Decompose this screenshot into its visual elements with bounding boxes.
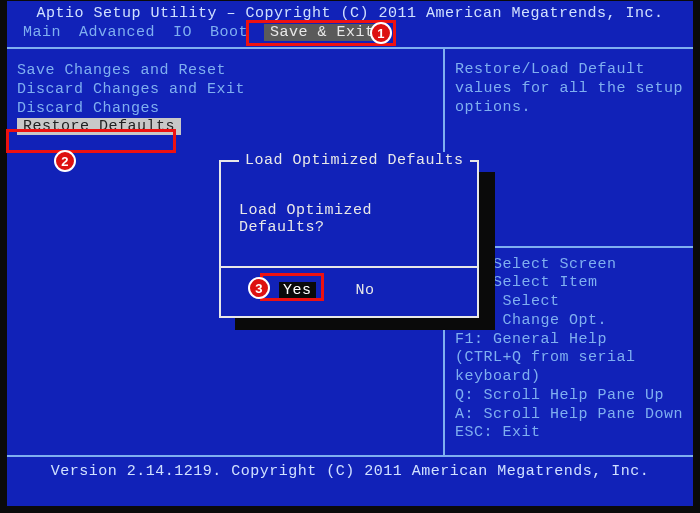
key-general-help: F1: General Help bbox=[455, 331, 683, 350]
key-scroll-up: Q: Scroll Help Pane Up bbox=[455, 387, 683, 406]
menubar: Main Advanced IO Boot Save & Exit bbox=[7, 22, 693, 41]
item-restore-defaults[interactable]: Restore Defaults bbox=[17, 118, 181, 135]
tab-save-exit[interactable]: Save & Exit bbox=[264, 24, 381, 41]
tab-main[interactable]: Main bbox=[21, 24, 63, 41]
tab-io[interactable]: IO bbox=[171, 24, 194, 41]
key-ctrlq-1: (CTRL+Q from serial bbox=[455, 349, 683, 368]
item-save-changes-reset[interactable]: Save Changes and Reset bbox=[17, 61, 433, 80]
yes-button[interactable]: Yes bbox=[279, 282, 316, 299]
tab-boot[interactable]: Boot bbox=[208, 24, 250, 41]
header: Aptio Setup Utility – Copyright (C) 2011… bbox=[7, 1, 693, 49]
dialog-buttons: Yes No bbox=[221, 268, 477, 299]
tab-advanced[interactable]: Advanced bbox=[77, 24, 157, 41]
dialog-load-defaults: Load Optimized Defaults Load Optimized D… bbox=[219, 160, 479, 318]
key-ctrlq-2: keyboard) bbox=[455, 368, 683, 387]
key-scroll-down: A: Scroll Help Pane Down bbox=[455, 406, 683, 425]
key-esc-exit: ESC: Exit bbox=[455, 424, 683, 443]
dialog-message: Load Optimized Defaults? bbox=[221, 162, 477, 236]
footer-version: Version 2.14.1219. Copyright (C) 2011 Am… bbox=[7, 457, 693, 486]
help-text: Restore/Load Default values for all the … bbox=[455, 61, 683, 117]
no-button[interactable]: No bbox=[356, 282, 375, 299]
item-discard-changes[interactable]: Discard Changes bbox=[17, 99, 433, 118]
item-discard-changes-exit[interactable]: Discard Changes and Exit bbox=[17, 80, 433, 99]
dialog-title: Load Optimized Defaults bbox=[239, 152, 470, 169]
app-title: Aptio Setup Utility – Copyright (C) 2011… bbox=[7, 1, 693, 22]
